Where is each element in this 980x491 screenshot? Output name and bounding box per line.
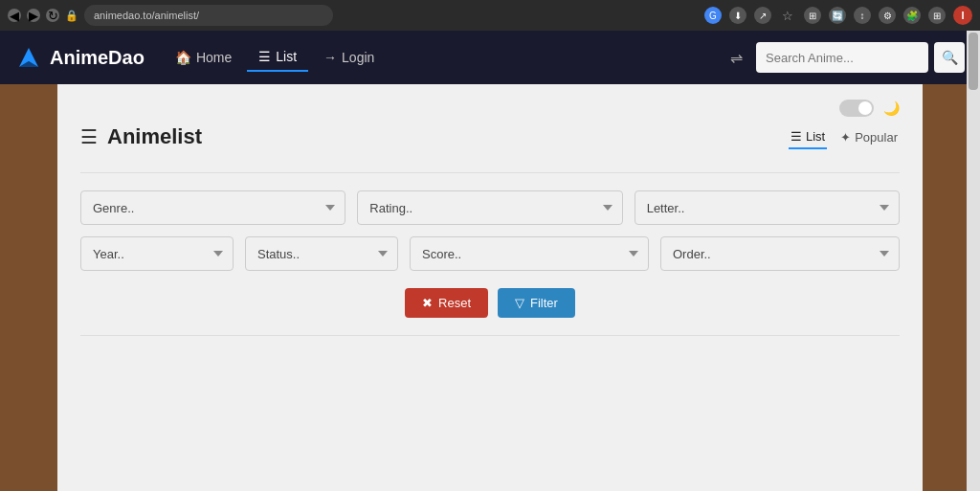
- sync-icon[interactable]: ↕: [854, 7, 871, 24]
- dark-mode-toggle[interactable]: [839, 100, 874, 117]
- action-buttons: ✖ Reset ▽ Filter: [80, 288, 900, 318]
- download-icon[interactable]: ⬇: [729, 7, 746, 24]
- search-button[interactable]: 🔍: [934, 42, 965, 73]
- puzzle-icon[interactable]: 🧩: [903, 7, 921, 24]
- browser-chrome: ◀ ▶ ↻ 🔒 G ⬇ ↗ ☆ ⊞ 🔄 ↕ ⚙ 🧩 ⊞ I: [0, 0, 980, 31]
- reset-button[interactable]: ✖ Reset: [405, 288, 488, 318]
- letter-select[interactable]: Letter..: [635, 190, 900, 225]
- page-header: ☰ Animelist ☰ List ✦ Popular: [80, 124, 900, 153]
- top-divider: [80, 172, 900, 173]
- toggle-area: 🌙: [80, 100, 900, 117]
- year-select[interactable]: Year..: [80, 236, 234, 271]
- nav-login[interactable]: → Login: [312, 44, 386, 71]
- order-select[interactable]: Order..: [660, 236, 900, 271]
- hamburger-icon: ☰: [80, 125, 98, 148]
- extensions-icon[interactable]: ⊞: [804, 7, 821, 24]
- bottom-divider: [80, 335, 900, 336]
- search-input[interactable]: [756, 42, 928, 73]
- popular-view-button[interactable]: ✦ Popular: [838, 126, 900, 148]
- list-icon: ☰: [258, 49, 271, 64]
- browser-icons: G ⬇ ↗ ☆ ⊞ 🔄 ↕ ⚙ 🧩 ⊞ I: [704, 6, 972, 25]
- status-select[interactable]: Status..: [245, 236, 398, 271]
- view-options: ☰ List ✦ Popular: [789, 125, 900, 149]
- score-select[interactable]: Score..: [410, 236, 649, 271]
- share-icon[interactable]: ↗: [754, 7, 771, 24]
- home-icon: 🏠: [175, 50, 191, 65]
- filter-row-1: Genre.. Rating.. Letter..: [80, 190, 900, 225]
- filter-row-2: Year.. Status.. Score.. Order..: [80, 236, 900, 271]
- filter-button[interactable]: ▽ Filter: [498, 288, 575, 318]
- list-view-icon: ☰: [791, 129, 802, 144]
- page-wrapper: 🌙 ☰ Animelist ☰ List ✦ Popular: [57, 84, 923, 491]
- back-button[interactable]: ◀: [8, 9, 21, 22]
- list-view-button[interactable]: ☰ List: [789, 125, 827, 149]
- grid-icon[interactable]: ⊞: [928, 7, 946, 24]
- logo-link[interactable]: AnimeDao: [15, 44, 145, 71]
- user-icon[interactable]: I: [953, 6, 972, 25]
- logo-text: AnimeDao: [50, 47, 145, 69]
- nav-links: 🏠 Home ☰ List → Login: [164, 43, 703, 72]
- extension2-icon[interactable]: ⚙: [879, 7, 896, 24]
- address-bar[interactable]: [84, 5, 333, 26]
- filter-icon: ▽: [515, 296, 524, 310]
- nav-list[interactable]: ☰ List: [247, 43, 308, 72]
- nav-home[interactable]: 🏠 Home: [164, 44, 243, 71]
- logo-icon: [15, 44, 42, 71]
- login-icon: →: [323, 50, 337, 65]
- refresh-icon[interactable]: 🔄: [829, 7, 846, 24]
- google-icon[interactable]: G: [704, 7, 722, 24]
- page-title: Animelist: [107, 124, 202, 149]
- search-area: ⇌ 🔍: [723, 42, 965, 73]
- scrollbar-thumb[interactable]: [969, 33, 978, 90]
- popular-icon: ✦: [840, 130, 851, 145]
- moon-icon: 🌙: [883, 100, 900, 116]
- lock-icon: 🔒: [65, 10, 78, 22]
- rating-select[interactable]: Rating..: [357, 190, 622, 225]
- forward-button[interactable]: ▶: [27, 9, 40, 22]
- reload-button[interactable]: ↻: [46, 9, 59, 22]
- navbar: AnimeDao 🏠 Home ☰ List → Login ⇌ 🔍: [0, 31, 980, 84]
- shuffle-button[interactable]: ⇌: [723, 45, 750, 71]
- star-icon[interactable]: ☆: [779, 7, 796, 24]
- page-title-area: ☰ Animelist: [80, 124, 202, 149]
- genre-select[interactable]: Genre..: [80, 190, 345, 225]
- reset-icon: ✖: [422, 296, 433, 310]
- scrollbar[interactable]: [967, 31, 980, 491]
